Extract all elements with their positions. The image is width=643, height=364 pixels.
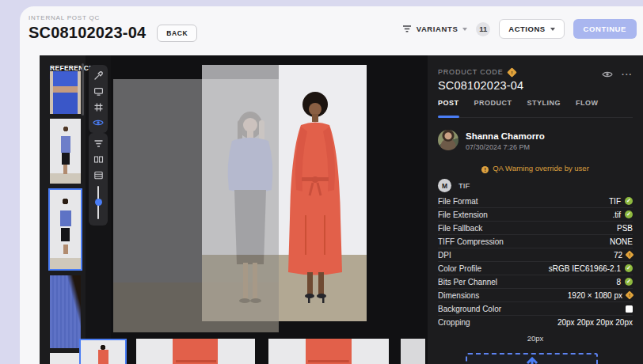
filter-funnel-icon: [402, 22, 412, 36]
detail-row: Background Color: [438, 302, 633, 316]
panel-tab[interactable]: STYLING: [527, 99, 561, 117]
header-right: VARIANTS 11 ACTIONS CONTINUE: [402, 19, 637, 39]
qc-workspace: REFERENCE IMAGES: [40, 55, 643, 364]
panel-tabs: POSTPRODUCTSTYLINGFLOW: [438, 99, 633, 118]
variants-count-badge: 11: [476, 22, 490, 36]
detail-row: TIFF Compression NONE: [438, 235, 633, 248]
sidebar-scrollbar[interactable]: [82, 63, 84, 116]
detail-value: sRGB IEC61966-2.1 ✓: [549, 264, 633, 273]
check-icon: ✓: [625, 264, 633, 272]
detail-label: File Fallback: [438, 224, 482, 233]
user-timestamp: 07/30/2024 7:26 PM: [466, 143, 530, 151]
detail-label: Cropping: [438, 318, 470, 327]
variants-filter[interactable]: VARIANTS: [402, 22, 468, 36]
detail-row: File Extension .tif ✓: [438, 208, 633, 222]
variant-thumbnail[interactable]: [79, 339, 127, 364]
header-left: INTERNAL POST QC SC08102023-04 BACK: [29, 14, 197, 42]
overlay-blend-slice: [202, 65, 279, 321]
detail-label: File Extension: [438, 210, 488, 219]
warning-icon: !: [625, 250, 633, 259]
upload-dropzone[interactable]: [466, 353, 598, 364]
detail-label: DPI: [438, 251, 451, 260]
detail-value: 1920 × 1080 px !: [568, 291, 633, 300]
slider-thumb[interactable]: [95, 199, 102, 206]
pixel-grid-icon[interactable]: [89, 99, 108, 115]
detail-label: Dimensions: [438, 291, 479, 300]
detail-row: Dimensions 1920 × 1080 px !: [438, 289, 633, 302]
detail-value: PSB: [617, 224, 633, 233]
monitor-preview-icon[interactable]: [89, 83, 108, 99]
detail-value: NONE: [610, 237, 633, 246]
check-icon: ✓: [625, 278, 633, 286]
reference-thumbnail[interactable]: [50, 190, 81, 269]
tool-column: [86, 55, 111, 364]
layer-stack-icon[interactable]: [89, 167, 108, 183]
variants-label: VARIANTS: [417, 25, 458, 33]
file-detail-rows: File Format TIF ✓ File Extension .tif: [438, 195, 633, 329]
actions-button[interactable]: ACTIONS: [499, 19, 564, 39]
upload-arrow-icon: [526, 357, 538, 364]
chevron-down-icon: [462, 28, 467, 31]
check-icon: ✓: [625, 197, 633, 205]
detail-row: Color Profile sRGB IEC61966-2.1 ✓: [438, 262, 633, 275]
detail-row: Bits Per Channel 8 ✓: [438, 275, 633, 289]
chevron-down-icon: [550, 28, 555, 31]
detail-value: 72 !: [614, 251, 633, 260]
reference-thumbnail[interactable]: [50, 119, 81, 184]
opacity-slider[interactable]: [89, 184, 108, 221]
user-avatar[interactable]: [438, 130, 458, 150]
product-code-value: SC08102023-04: [438, 79, 523, 92]
page-eyebrow: INTERNAL POST QC: [29, 14, 197, 21]
file-type-badge: M TIF: [438, 179, 470, 192]
reference-thumbnail[interactable]: [50, 353, 81, 364]
reference-thumbnail[interactable]: [50, 275, 81, 348]
warning-icon: !: [625, 290, 633, 299]
detail-row: File Fallback PSB: [438, 222, 633, 235]
detail-row: Cropping 20px 20px 20px 20px: [438, 316, 633, 329]
panel-tab[interactable]: FLOW: [576, 99, 599, 117]
detail-value: TIF ✓: [609, 197, 633, 206]
back-button[interactable]: BACK: [157, 25, 197, 42]
user-name: Shanna Chamorro: [466, 131, 545, 141]
format-initial-badge: M: [438, 179, 451, 192]
detail-value: [622, 305, 633, 313]
split-compare-icon[interactable]: [89, 151, 108, 167]
more-options-icon[interactable]: ···: [622, 70, 633, 78]
detail-value: 8 ✓: [616, 278, 633, 286]
eyedropper-icon[interactable]: [89, 67, 108, 83]
color-swatch: [626, 305, 633, 313]
detail-label: Color Profile: [438, 264, 481, 273]
detail-label: Bits Per Channel: [438, 278, 497, 286]
variant-thumbnail[interactable]: [136, 339, 255, 364]
page-title: SC08102023-04: [29, 24, 146, 42]
product-code-label: PRODUCT CODE: [438, 68, 503, 76]
detail-value: 20px 20px 20px 20px: [557, 318, 633, 327]
variant-thumbnail[interactable]: [268, 339, 389, 364]
warning-diamond-icon: !: [508, 67, 518, 78]
detail-row: DPI 72 !: [438, 248, 633, 262]
visibility-icon[interactable]: [602, 67, 613, 82]
warning-circle-icon: !: [481, 166, 489, 173]
detail-label: TIFF Compression: [438, 237, 504, 246]
inspect-tool-group: [89, 65, 108, 133]
current-image-slice: [279, 65, 367, 321]
visibility-icon[interactable]: [89, 115, 108, 131]
check-icon: ✓: [625, 210, 633, 218]
variant-thumbnail[interactable]: [401, 339, 425, 364]
panel-tab[interactable]: PRODUCT: [474, 99, 512, 117]
panel-tab[interactable]: POST: [438, 99, 459, 117]
detail-label: File Format: [438, 197, 478, 206]
filter-lines-icon[interactable]: [89, 135, 108, 151]
view-tool-group: [89, 133, 108, 226]
reference-thumbnail[interactable]: [50, 71, 81, 114]
detail-row: File Format TIF ✓: [438, 195, 633, 208]
format-label: TIF: [458, 181, 470, 190]
app-card: INTERNAL POST QC SC08102023-04 BACK VARI…: [20, 6, 643, 364]
reference-sidebar: REFERENCE IMAGES: [40, 55, 86, 364]
current-image-layer: [202, 65, 367, 321]
crop-top-value: 20px: [428, 334, 643, 343]
continue-button[interactable]: CONTINUE: [573, 19, 637, 39]
comparison-canvas[interactable]: ✓: [111, 55, 428, 364]
screen: INTERNAL POST QC SC08102023-04 BACK VARI…: [0, 0, 643, 364]
detail-label: Background Color: [438, 305, 501, 313]
